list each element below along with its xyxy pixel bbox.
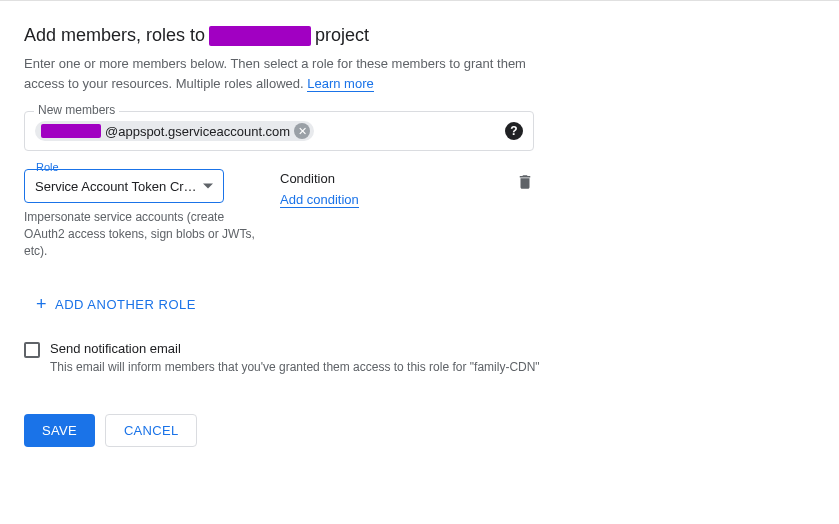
notification-sublabel: This email will inform members that you'… bbox=[50, 360, 540, 374]
help-icon[interactable]: ? bbox=[505, 122, 523, 140]
add-members-panel: Add members, roles to project Enter one … bbox=[0, 1, 839, 471]
learn-more-link[interactable]: Learn more bbox=[307, 76, 373, 92]
action-buttons: SAVE CANCEL bbox=[24, 414, 815, 447]
description-text: Enter one or more members below. Then se… bbox=[24, 56, 526, 91]
title-suffix: project bbox=[315, 25, 369, 46]
send-notification-checkbox[interactable] bbox=[24, 342, 40, 358]
role-select[interactable]: Service Account Token Cr… bbox=[24, 169, 224, 203]
panel-title: Add members, roles to project bbox=[24, 25, 815, 46]
new-members-field: New members @appspot.gserviceaccount.com… bbox=[24, 111, 534, 151]
title-prefix: Add members, roles to bbox=[24, 25, 205, 46]
member-chip: @appspot.gserviceaccount.com ✕ bbox=[35, 121, 314, 141]
new-members-label: New members bbox=[34, 103, 119, 117]
cancel-button[interactable]: CANCEL bbox=[105, 414, 198, 447]
redacted-member-prefix bbox=[41, 124, 101, 138]
redacted-project-name bbox=[209, 26, 311, 46]
delete-role-icon[interactable] bbox=[516, 169, 534, 194]
role-select-wrapper: Role Service Account Token Cr… bbox=[24, 169, 244, 203]
plus-icon: + bbox=[36, 295, 47, 313]
role-description: Impersonate service accounts (create OAu… bbox=[24, 209, 264, 259]
remove-chip-icon[interactable]: ✕ bbox=[294, 123, 310, 139]
new-members-input[interactable]: @appspot.gserviceaccount.com ✕ ? bbox=[24, 111, 534, 151]
add-condition-link[interactable]: Add condition bbox=[280, 192, 359, 208]
condition-label: Condition bbox=[280, 171, 480, 186]
chevron-down-icon bbox=[203, 184, 213, 189]
role-selected-value: Service Account Token Cr… bbox=[35, 179, 197, 194]
add-another-role-button[interactable]: + ADD ANOTHER ROLE bbox=[36, 295, 196, 313]
notification-label: Send notification email bbox=[50, 341, 540, 356]
member-email-suffix: @appspot.gserviceaccount.com bbox=[105, 124, 290, 139]
notification-row: Send notification email This email will … bbox=[24, 341, 815, 374]
condition-column: Condition Add condition bbox=[280, 169, 480, 207]
add-another-role-label: ADD ANOTHER ROLE bbox=[55, 297, 196, 312]
save-button[interactable]: SAVE bbox=[24, 414, 95, 447]
role-row: Role Service Account Token Cr… Impersona… bbox=[24, 169, 534, 259]
panel-description: Enter one or more members below. Then se… bbox=[24, 54, 534, 93]
